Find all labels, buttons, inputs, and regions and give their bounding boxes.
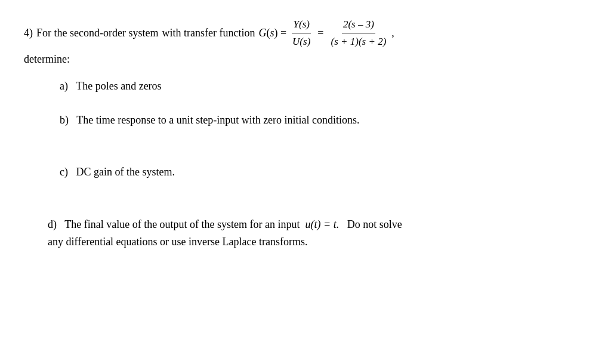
part-d-line2: any differential equations or use invers…	[48, 236, 308, 248]
fraction-ys-us: Y(s) U(s)	[291, 17, 311, 49]
part-d: d) The final value of the output of the …	[48, 216, 587, 251]
gs-label: G(s) =	[258, 25, 286, 41]
part-c: c) DC gain of the system.	[60, 164, 587, 180]
page: 4) For the second-order system with tran…	[0, 0, 611, 364]
part-b-label: b)	[60, 114, 69, 126]
fraction-numerator: Y(s)	[292, 17, 310, 33]
part-d-math: u(t) = t.	[306, 218, 340, 230]
question-number: 4)	[24, 25, 33, 41]
part-a: a) The poles and zeros	[60, 78, 587, 94]
part-b-text: The time response to a unit step-input w…	[76, 114, 359, 126]
question-header: 4) For the second-order system with tran…	[24, 17, 587, 49]
rhs-denominator: (s + 1)(s + 2)	[329, 33, 387, 50]
part-d-text-2: Do not solve	[347, 218, 402, 230]
rhs-numerator: 2(s – 3)	[342, 17, 375, 33]
determine-text: determine:	[24, 53, 70, 65]
part-d-text-1: The final value of the output of the sys…	[64, 218, 300, 230]
part-c-label: c)	[60, 166, 68, 178]
part-a-label: a)	[60, 80, 68, 92]
fraction-rhs: 2(s – 3) (s + 1)(s + 2)	[329, 17, 387, 49]
part-a-text: The poles and zeros	[76, 80, 161, 92]
determine-line: determine:	[24, 51, 587, 67]
trailing-comma: ,	[391, 25, 394, 41]
intro-text-1: For the second-order system	[36, 25, 158, 41]
intro-text-2: with transfer function	[162, 25, 255, 41]
equals-sign: =	[317, 25, 323, 41]
fraction-denominator: U(s)	[291, 33, 311, 50]
part-b: b) The time response to a unit step-inpu…	[60, 112, 587, 128]
part-d-label: d)	[48, 218, 57, 230]
part-c-text: DC gain of the system.	[76, 166, 174, 178]
